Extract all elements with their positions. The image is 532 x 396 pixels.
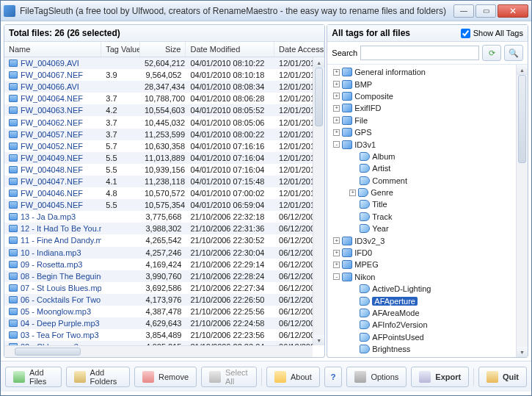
- file-name-cell: FW_004047.NEF: [4, 177, 101, 186]
- expand-icon[interactable]: +: [333, 117, 340, 123]
- tree-node[interactable]: AFInfo2Version: [330, 319, 525, 331]
- minimize-button[interactable]: —: [453, 4, 474, 18]
- file-row[interactable]: 13 - Ja Da.mp33,775,66821/10/2006 22:32:…: [4, 211, 324, 223]
- expand-icon[interactable]: +: [333, 105, 340, 112]
- file-row[interactable]: 09 - Rosetta.mp34,169,42421/10/2006 22:2…: [4, 259, 324, 270]
- file-row[interactable]: FW_004046.NEF4.810,570,57204/01/2010 07:…: [4, 187, 324, 199]
- file-row[interactable]: FW_004066.AVI28,347,43404/01/2010 08:08:…: [4, 81, 324, 93]
- tree-label: Genre: [371, 188, 393, 197]
- add-folders-button[interactable]: Add Folders: [66, 367, 130, 387]
- expand-icon[interactable]: -: [333, 141, 340, 148]
- file-row[interactable]: 11 - Fine And Dandy.mp34,265,54221/10/20…: [4, 234, 324, 246]
- file-row[interactable]: 12 - It Had To Be You.mp33,988,30221/10/…: [4, 223, 324, 234]
- file-name-cell: FW_004046.NEF: [4, 189, 101, 198]
- expand-icon[interactable]: +: [333, 81, 340, 87]
- expand-icon[interactable]: +: [333, 93, 340, 99]
- tree-node[interactable]: +Genre: [330, 187, 525, 198]
- file-row[interactable]: 10 - Indiana.mp34,257,24621/10/2006 22:3…: [4, 247, 324, 259]
- tree-node[interactable]: Artist: [330, 162, 525, 174]
- scroll-thumb[interactable]: [315, 68, 323, 126]
- button-bar: Add Files Add Folders Remove Select All …: [1, 361, 531, 392]
- about-button[interactable]: About: [266, 367, 320, 387]
- expand-icon[interactable]: +: [349, 190, 356, 196]
- file-row[interactable]: 05 - Moonglow.mp34,387,47821/10/2006 22:…: [4, 306, 324, 317]
- tree-node[interactable]: +Composite: [330, 90, 525, 102]
- scroll-thumb[interactable]: [518, 75, 526, 163]
- expand-icon[interactable]: +: [333, 69, 340, 76]
- tree-node[interactable]: +BMP: [330, 78, 525, 90]
- file-row[interactable]: 07 - St Louis Blues.mp33,692,58621/10/20…: [4, 282, 324, 294]
- tree-node[interactable]: Brightness: [330, 343, 525, 355]
- refresh-icon: ⟳: [489, 48, 495, 58]
- tree-node[interactable]: +ExifIFD: [330, 102, 525, 114]
- file-row[interactable]: 08 - Begin The Beguine.mp33,990,76021/10…: [4, 270, 324, 282]
- scroll-up-icon[interactable]: ▲: [313, 57, 324, 68]
- search-button[interactable]: 🔍: [504, 45, 523, 61]
- quit-button[interactable]: Quit: [478, 367, 527, 387]
- maximize-button[interactable]: ▭: [475, 4, 496, 18]
- file-row[interactable]: FW_004063.NEF4.210,554,60304/01/2010 08:…: [4, 104, 324, 116]
- tree-node[interactable]: -ID3v1: [330, 138, 525, 150]
- tree-node[interactable]: Year: [330, 223, 525, 234]
- col-size[interactable]: Size: [140, 42, 186, 57]
- expand-icon[interactable]: +: [333, 129, 340, 136]
- file-row[interactable]: FW_004045.NEF5.510,575,35404/01/2010 06:…: [4, 199, 324, 211]
- file-row[interactable]: FW_004047.NEF4.111,238,11804/01/2010 07:…: [4, 176, 324, 187]
- expand-icon[interactable]: +: [333, 262, 340, 268]
- file-row[interactable]: 04 - Deep Purple.mp34,629,64321/10/2006 …: [4, 317, 324, 329]
- expand-icon[interactable]: +: [333, 237, 340, 244]
- tree-node[interactable]: Track: [330, 211, 525, 223]
- file-row[interactable]: FW_004062.NEF3.710,445,03204/01/2010 08:…: [4, 116, 324, 128]
- tree-node[interactable]: Title: [330, 198, 525, 210]
- select-all-button[interactable]: Select All: [201, 367, 257, 387]
- col-modified[interactable]: Date Modified: [186, 42, 274, 57]
- add-files-button[interactable]: Add Files: [5, 367, 62, 387]
- show-all-tags-input[interactable]: [461, 29, 470, 38]
- tree-node[interactable]: -Nikon: [330, 271, 525, 283]
- tree-node[interactable]: AFPointsUsed: [330, 331, 525, 343]
- file-row[interactable]: FW_004057.NEF3.711,253,59904/01/2010 08:…: [4, 129, 324, 140]
- remove-button[interactable]: Remove: [134, 367, 197, 387]
- expand-icon[interactable]: +: [333, 250, 340, 256]
- tree-node[interactable]: AFAreaMode: [330, 307, 525, 319]
- file-vscrollbar[interactable]: ▲ ▼: [313, 57, 324, 345]
- file-row[interactable]: FW_004049.NEF5.511,013,88904/01/2010 07:…: [4, 152, 324, 164]
- file-row[interactable]: FW_004064.NEF3.710,788,70004/01/2010 08:…: [4, 93, 324, 104]
- tree-node[interactable]: ActiveD-Lighting: [330, 283, 525, 295]
- export-button[interactable]: Export: [411, 367, 469, 387]
- tree-node[interactable]: +IFD0: [330, 247, 525, 259]
- expand-icon[interactable]: -: [333, 273, 340, 280]
- tree-node[interactable]: +MPEG: [330, 259, 525, 270]
- scroll-down-icon[interactable]: ▼: [517, 347, 528, 357]
- tree-node[interactable]: +File: [330, 115, 525, 126]
- tree-vscrollbar[interactable]: ▲ ▼: [516, 65, 528, 357]
- show-all-tags-checkbox[interactable]: Show All Tags: [461, 29, 523, 38]
- refresh-button[interactable]: ⟳: [482, 45, 501, 61]
- close-button[interactable]: ✕: [498, 4, 528, 18]
- tree-node[interactable]: +General information: [330, 66, 525, 78]
- modified-cell: 04/01/2010 08:00:22: [186, 130, 274, 139]
- file-row[interactable]: FW_004067.NEF3.99,564,05204/01/2010 08:1…: [4, 69, 324, 81]
- file-row[interactable]: 06 - Cocktails For Two.mp34,173,97621/10…: [4, 294, 324, 306]
- file-row[interactable]: 03 - Tea For Two.mp33,854,48921/10/2006 …: [4, 329, 324, 341]
- file-hscrollbar[interactable]: [4, 345, 313, 357]
- file-row[interactable]: FW_004048.NEF5.510,939,15604/01/2010 07:…: [4, 164, 324, 176]
- tree-node[interactable]: ColorSpace: [330, 355, 525, 357]
- col-name[interactable]: Name: [4, 42, 101, 57]
- search-input[interactable]: [360, 46, 479, 60]
- hscroll-thumb[interactable]: [15, 348, 81, 356]
- col-accessed[interactable]: Date Access: [274, 42, 324, 57]
- scroll-down-icon[interactable]: ▼: [313, 335, 324, 345]
- col-tag-value[interactable]: Tag Value: [101, 42, 140, 57]
- file-row[interactable]: FW_004052.NEF5.710,630,35804/01/2010 07:…: [4, 140, 324, 152]
- tree-node[interactable]: +GPS: [330, 126, 525, 138]
- size-cell: 4,169,424: [140, 260, 186, 269]
- tree-node[interactable]: +ID3v2_3: [330, 234, 525, 246]
- file-row[interactable]: FW_004069.AVI52,604,21204/01/2010 08:10:…: [4, 57, 324, 69]
- tree-node[interactable]: Comment: [330, 175, 525, 187]
- options-button[interactable]: Options: [346, 367, 407, 387]
- tree-node[interactable]: Album: [330, 151, 525, 162]
- help-button[interactable]: ?: [324, 367, 343, 387]
- scroll-up-icon[interactable]: ▲: [517, 65, 528, 75]
- tree-node[interactable]: AFAperture: [330, 295, 525, 306]
